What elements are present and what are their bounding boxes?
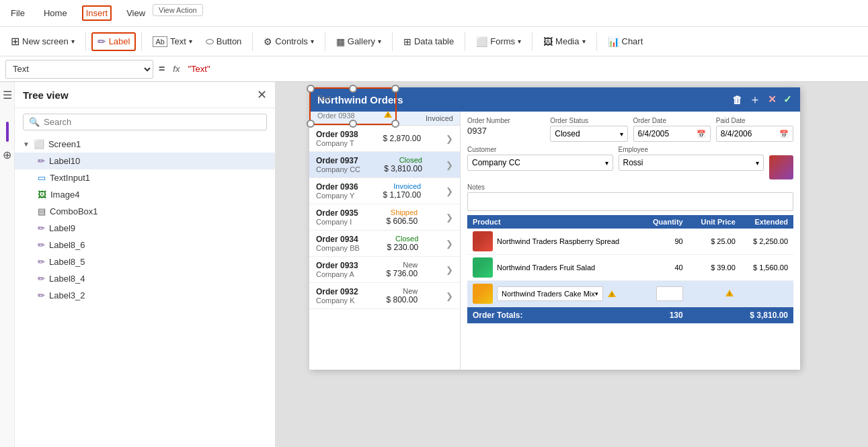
formulabar-equals: = xyxy=(159,63,165,75)
text-button[interactable]: Ab Text ▾ xyxy=(147,34,197,50)
product-row-2[interactable]: Northwind Traders Cake Mix ▾ ! xyxy=(467,281,793,307)
product-price-0: $ 25.00 xyxy=(683,237,736,245)
employee-avatar xyxy=(769,155,793,179)
order-number-label: Order Number xyxy=(467,117,545,124)
product-qty-0: 90 xyxy=(631,237,683,245)
treeview-close-icon[interactable]: ✕ xyxy=(257,87,267,102)
paid-calendar-icon: 📅 xyxy=(779,130,789,138)
order-item-0937[interactable]: Order 0937 Company CC Closed $ 3,810.00 … xyxy=(309,152,460,178)
media-icon: 🖼 xyxy=(543,36,553,47)
customer-arrow: ▾ xyxy=(605,159,608,167)
tree-item-label: Screen1 xyxy=(48,139,81,149)
notes-input[interactable] xyxy=(467,192,793,211)
menu-home[interactable]: Home xyxy=(40,5,71,21)
search-input[interactable] xyxy=(44,117,261,127)
tree-item-label9[interactable]: ✏ Label9 xyxy=(15,220,275,237)
order-amount-0935: $ 606.50 xyxy=(387,216,418,226)
hamburger-icon[interactable]: ☰ xyxy=(3,89,12,101)
order-status-label: Order Status xyxy=(550,117,627,124)
col-product-header: Product xyxy=(473,218,631,226)
order-amount-0934: $ 230.00 xyxy=(387,243,419,252)
button-button[interactable]: ⬭ Button xyxy=(200,33,247,50)
col-ext-header: Extended xyxy=(736,218,788,226)
order-status-0932: New xyxy=(387,287,418,295)
employee-label: Employee xyxy=(619,146,764,153)
menu-insert[interactable]: Insert xyxy=(82,5,112,21)
new-screen-button[interactable]: ⊞ New screen ▾ xyxy=(5,32,80,50)
button-label: Button xyxy=(216,36,242,46)
notes-label: Notes xyxy=(467,184,793,191)
order-item-0934[interactable]: Order 0934 Company BB Closed $ 230.00 ❯ xyxy=(309,231,460,257)
tree-item-label10[interactable]: ✏ Label10 xyxy=(15,153,275,169)
order-status-0935: Shipped xyxy=(387,208,418,216)
paid-date-value: 8/4/2006 xyxy=(721,129,752,138)
tree-item-screen1[interactable]: ▼ ⬜ Screen1 xyxy=(15,136,275,153)
search-icon: 🔍 xyxy=(29,117,40,127)
chart-button[interactable]: 📊 Chart xyxy=(602,34,649,50)
image-type-icon: 🖼 xyxy=(38,190,46,200)
order-item-0935[interactable]: Order 0935 Company I Shipped $ 606.50 ❯ xyxy=(309,204,460,231)
label-type-icon: ✏ xyxy=(38,156,45,166)
col-price-header: Unit Price xyxy=(683,218,736,226)
text-icon: Ab xyxy=(153,36,167,47)
gallery-button[interactable]: ▦ Gallery ▾ xyxy=(331,34,387,50)
qty-warning-icon: ! xyxy=(725,289,734,297)
product-name-input[interactable]: Northwind Traders Cake Mix ▾ xyxy=(497,286,603,301)
product-row-1[interactable]: Northwind Traders Fruit Salad 40 $ 39.00… xyxy=(467,255,793,281)
tree-item-label8-5[interactable]: ✏ Label8_5 xyxy=(15,253,275,270)
trash-icon[interactable]: 🗑 xyxy=(732,94,742,106)
order-amount-0936: $ 1,170.00 xyxy=(383,190,422,200)
dropdown-arrow: ▾ xyxy=(620,130,623,138)
chart-icon: 📊 xyxy=(608,36,619,47)
gallery-dropdown-icon: ▾ xyxy=(378,38,381,45)
tree-item-label10-text: Label10 xyxy=(49,156,80,166)
order-num-0936: Order 0936 xyxy=(316,182,358,192)
order-chevron-0932: ❯ xyxy=(446,291,453,301)
order-status-dropdown[interactable]: Closed ▾ xyxy=(550,126,627,142)
tree-item-combobox1[interactable]: ▤ ComboBox1 xyxy=(15,203,275,220)
tree-item-label8-6[interactable]: ✏ Label8_6 xyxy=(15,237,275,253)
label-button[interactable]: ✏ Label xyxy=(91,32,136,51)
order-item-0933[interactable]: Order 0933 Company A New $ 736.00 ❯ xyxy=(309,257,460,283)
data-table-button[interactable]: ⊞ Data table xyxy=(398,34,459,50)
product-name-2: Northwind Traders Cake Mix xyxy=(502,290,595,298)
order-date-label: Order Date xyxy=(633,117,711,124)
product-qty-input[interactable] xyxy=(656,286,683,301)
forms-label: Forms xyxy=(490,36,515,46)
new-screen-icon: ⊞ xyxy=(11,35,19,48)
order-item-0932[interactable]: Order 0932 Company K New $ 800.00 ❯ xyxy=(309,283,460,309)
order-item-0938[interactable]: Order 0938 Company T $ 2,870.00 ❯ xyxy=(309,126,460,152)
forms-button[interactable]: ⬜ Forms ▾ xyxy=(471,34,526,50)
product-name-0: Northwind Traders Raspberry Spread xyxy=(497,237,619,245)
data-table-icon: ⊞ xyxy=(403,36,411,47)
order-amount-0932: $ 800.00 xyxy=(387,295,418,304)
tree-item-label3-2[interactable]: ✏ Label3_2 xyxy=(15,287,275,304)
app-title: Northwind Orders xyxy=(317,94,403,106)
employee-value: Rossi xyxy=(623,158,643,167)
tree-item-image4[interactable]: 🖼 Image4 xyxy=(15,186,275,203)
paid-date-input[interactable]: 8/4/2006 📅 xyxy=(716,126,793,142)
employee-dropdown[interactable]: Rossi ▾ xyxy=(619,155,764,171)
new-screen-dropdown-icon: ▾ xyxy=(71,38,75,45)
order-status-0933: New xyxy=(387,261,418,269)
customer-dropdown[interactable]: Company CC ▾ xyxy=(467,155,613,171)
controls-button[interactable]: ⚙ Controls ▾ xyxy=(258,34,319,50)
label-label: Label xyxy=(109,36,130,46)
formulabar-selector[interactable]: Text xyxy=(5,60,153,79)
menu-view[interactable]: View xyxy=(122,5,149,21)
menu-file[interactable]: File xyxy=(7,5,29,21)
tree-item-label8-4[interactable]: ✏ Label8_4 xyxy=(15,270,275,287)
order-chevron-0935: ❯ xyxy=(446,212,453,222)
order-date-input[interactable]: 6/4/2005 📅 xyxy=(633,126,711,142)
tree-item-textinput1[interactable]: ▭ TextInput1 xyxy=(15,169,275,186)
media-button[interactable]: 🖼 Media ▾ xyxy=(538,34,590,50)
confirm-icon[interactable]: ✓ xyxy=(783,93,792,106)
layers-icon[interactable]: ⊕ xyxy=(3,149,11,161)
order-num-0933: Order 0933 xyxy=(316,261,358,270)
product-row-0[interactable]: Northwind Traders Raspberry Spread 90 $ … xyxy=(467,229,793,255)
customer-label: Customer xyxy=(467,146,613,153)
add-icon[interactable]: ＋ xyxy=(749,91,761,108)
close-icon-app[interactable]: ✕ xyxy=(768,93,777,106)
label8-6-type-icon: ✏ xyxy=(38,240,45,250)
order-item-0936[interactable]: Order 0936 Company Y Invoiced $ 1,170.00… xyxy=(309,178,460,204)
